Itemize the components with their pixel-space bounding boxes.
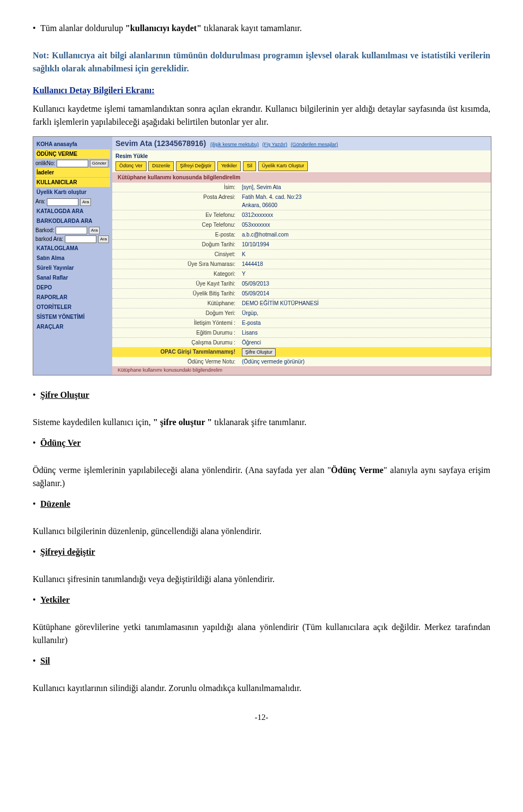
intro-bold: "kullanıcıyı kaydet" <box>125 23 204 33</box>
sidebar-barcode-search[interactable]: BARKODLARDA ARA <box>35 216 110 226</box>
info-value: 0312xxxxxxx <box>239 210 491 220</box>
sidebar-tools[interactable]: ARAÇLAR <box>35 322 110 331</box>
info-label: E-posta: <box>112 229 239 239</box>
link-dismissal-letter[interactable]: (ilişik kesme mektubu) <box>210 142 259 147</box>
sidebar-returns[interactable]: İadeler <box>35 168 110 177</box>
info-label: Cep Telefonu: <box>112 220 239 229</box>
barcode-search-input[interactable] <box>65 235 96 243</box>
info-value: Öğrenci <box>239 337 491 347</box>
sidebar-serials[interactable]: Süreli Yayınlar <box>35 263 110 272</box>
info-label: Kütüphane: <box>112 298 239 308</box>
para-sifre: Sisteme kaydedilen kullanıcı için, " şif… <box>33 416 490 429</box>
info-value: 1444418 <box>239 259 491 269</box>
user-info-table: İsim:[syn], Sevim AtaPosta Adresi:Fatih … <box>112 183 491 347</box>
heading-sifreyi: Şifreyi değiştir <box>40 546 95 559</box>
barcode-input[interactable] <box>56 227 87 234</box>
sidebar-cataloging[interactable]: KATALOGLAMA <box>35 244 110 253</box>
btn-delete[interactable]: Sil <box>243 161 256 171</box>
upload-image-link[interactable]: Resim Yükle <box>115 152 488 160</box>
sidebar-purchase[interactable]: Satın Alma <box>35 253 110 263</box>
heading-odunc: Ödünç Ver <box>40 437 81 450</box>
action-row: Resim Yükle Ödünç Ver Düzenle Şifreyi De… <box>112 150 491 172</box>
user-name-id: Sevim Ata (12345678916) <box>115 139 206 148</box>
bullet-dot <box>33 498 40 518</box>
bullet-yetkiler: Yetkiler <box>33 593 490 614</box>
foot-notice: Kütüphane kullanımı konusundaki bilgilen… <box>112 366 491 375</box>
search-input[interactable] <box>47 198 78 206</box>
sidebar-catalog-search[interactable]: KATALOGDA ARA <box>35 207 110 216</box>
info-value: DEMO EĞİTİM KÜTÜPHANESİ <box>239 298 491 308</box>
link-print-receipt[interactable]: (Fiş Yazdır) <box>262 142 287 147</box>
detail-panel: Sevim Ata (12345678916) (ilişik kesme me… <box>112 137 491 375</box>
sidebar-search-row: Ara: Ara <box>35 197 110 205</box>
opac-create-password-btn[interactable]: Şifre Oluştur <box>242 348 276 357</box>
ara-button-3[interactable]: Ara <box>98 235 109 243</box>
para-sifreyi: Kullanıcı şifresinin tanımlandığı veya d… <box>33 573 490 586</box>
sidebar-barcode-row: Barkod: Ara <box>35 226 110 234</box>
info-value: E-posta <box>239 318 491 328</box>
btn-permissions[interactable]: Yetkiler <box>217 161 241 171</box>
para-odunc: Ödünç verme işlemlerinin yapılabileceği … <box>33 464 490 490</box>
bullet-sifreyi: Şifreyi değiştir <box>33 546 490 566</box>
page-number: -12- <box>33 711 490 724</box>
info-label: Eğitim Durumu : <box>112 328 239 337</box>
sidebar-barcode-search-row: barkod Ara: Ara <box>35 235 110 243</box>
app-screenshot: KOHA anasayfa ÖDÜNÇ VERME onlikNo: Gönde… <box>33 136 491 375</box>
ara-button-2[interactable]: Ara <box>89 227 100 234</box>
info-label: Üyelik Bitiş Tarihi: <box>112 288 239 298</box>
bullet-dot <box>33 22 40 43</box>
sidebar-koha[interactable]: KOHA anasayfa <box>35 140 110 149</box>
info-value: [syn], Sevim Ata <box>239 183 491 192</box>
btn-lend[interactable]: Ödünç Ver <box>115 161 147 171</box>
info-label: Doğum Yeri: <box>112 308 239 318</box>
ara-button[interactable]: Ara <box>80 198 91 206</box>
bullet-sifre-olustur: Şifre Oluştur <box>33 389 490 409</box>
onlik-no-input[interactable] <box>57 160 88 167</box>
lending-note-val: (Ödünç vermede görünür) <box>239 357 491 366</box>
info-value: 053xxxxxxx <box>239 220 491 229</box>
heading-yetkiler: Yetkiler <box>40 593 70 607</box>
heading-duzenle: Düzenle <box>40 498 70 511</box>
bullet-save-user: Tüm alanlar doldurulup "kullanıcıyı kayd… <box>33 22 490 43</box>
info-label: Üye Kayıt Tarihi: <box>112 278 239 288</box>
sidebar-users[interactable]: KULLANICILAR <box>35 178 110 187</box>
btn-edit[interactable]: Düzenle <box>148 161 174 171</box>
bullet-dot <box>33 655 40 675</box>
sidebar-reports[interactable]: RAPORLAR <box>35 293 110 302</box>
info-value: Lisans <box>239 328 491 337</box>
description-paragraph: Kullanıcı kaydetme işlemi tamamlandıktan… <box>33 102 490 129</box>
gonder-button[interactable]: Gönder <box>90 160 109 167</box>
info-label: İletişim Yöntemi : <box>112 318 239 328</box>
para-sil: Kullanıcı kayıtlarının silindiği alandır… <box>33 682 490 695</box>
sidebar-membership[interactable]: Üyelik Kartı oluştur <box>35 187 110 197</box>
btn-create-card[interactable]: Üyelik Kartı Oluştur <box>258 161 308 171</box>
para-yetkiler: Kütüphane görevlilerine yetki tanımlamas… <box>33 621 490 647</box>
lending-note-label: Ödünç Verme Notu: <box>112 357 239 366</box>
link-sent-messages[interactable]: (Gönderilen mesajlar) <box>291 142 338 147</box>
heading-sifre: Şifre Oluştur <box>40 389 89 402</box>
bullet-duzenle: Düzenle <box>33 498 490 518</box>
sidebar-virtual-shelves[interactable]: Sanal Raflar <box>35 273 110 282</box>
info-label: Çalışma Durumu : <box>112 337 239 347</box>
info-value: K <box>239 249 491 259</box>
bullet-dot <box>33 437 40 457</box>
info-value: 05/09/2014 <box>239 288 491 298</box>
sidebar-depo[interactable]: DEPO <box>35 283 110 292</box>
header-links: (ilişik kesme mektubu) (Fiş Yazdır) (Gön… <box>208 142 338 147</box>
sidebar-authorities[interactable]: OTORİTELER <box>35 302 110 312</box>
para-duzenle: Kullanıcı bilgilerinin düzenlenip, günce… <box>33 525 490 538</box>
section-heading-link: Kullanıcı Detay Bilgileri Ekranı: <box>33 84 490 97</box>
info-label: Cinsiyet: <box>112 249 239 259</box>
info-label: Üye Sıra Numarası: <box>112 259 239 269</box>
opac-table: OPAC Girişi Tanımlanmamış! Şifre Oluştur… <box>112 347 491 367</box>
intro-suffix: tıklanarak kayıt tamamlanır. <box>204 23 302 33</box>
info-label: Posta Adresi: <box>112 192 239 210</box>
sidebar-lending[interactable]: ÖDÜNÇ VERME <box>35 149 110 159</box>
info-value: Ürgüp, <box>239 308 491 318</box>
info-label: İsim: <box>112 183 239 192</box>
sidebar-search-label: Ara: <box>35 198 45 204</box>
notice-bar: Kütüphane kullanımı konusunda bilgilendi… <box>112 172 491 183</box>
bullet-dot <box>33 546 40 566</box>
btn-change-password[interactable]: Şifreyi Değiştir <box>176 161 215 171</box>
sidebar-system[interactable]: SİSTEM YÖNETİMİ <box>35 312 110 322</box>
